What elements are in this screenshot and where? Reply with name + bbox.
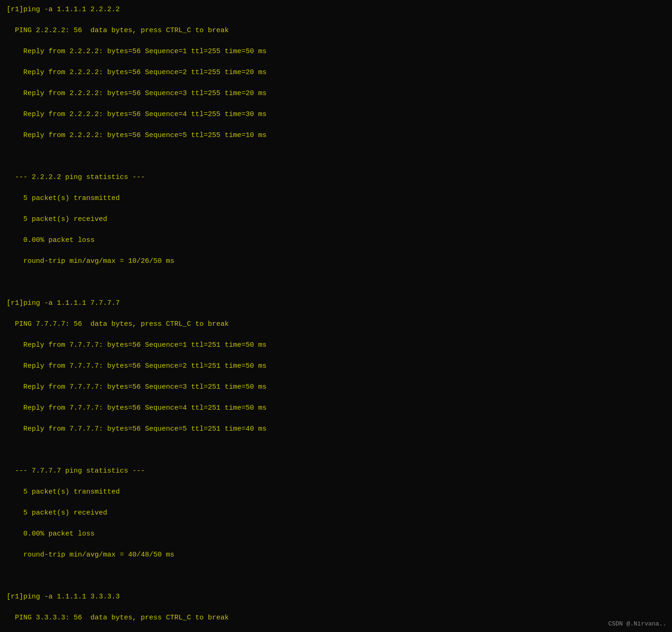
command-line-1: [r1]ping -a 1.1.1.1 2.2.2.2 <box>7 5 665 15</box>
command-line-3: [r1]ping -a 1.1.1.1 3.3.3.3 <box>7 592 665 603</box>
command-line-2: [r1]ping -a 1.1.1.1 7.7.7.7 <box>7 298 665 309</box>
watermark: CSDN @.Nirvana.. <box>608 619 666 629</box>
stats-header-1: --- 2.2.2.2 ping statistics --- <box>7 172 665 183</box>
spacer <box>7 277 665 288</box>
stat-2-1: 5 packet(s) transmitted <box>7 487 665 498</box>
reply-2-2: Reply from 7.7.7.7: bytes=56 Sequence=2 … <box>7 361 665 372</box>
reply-2-1: Reply from 7.7.7.7: bytes=56 Sequence=1 … <box>7 340 665 351</box>
ping-header-1: PING 2.2.2.2: 56 data bytes, press CTRL_… <box>7 26 665 36</box>
terminal-output: [r1]ping -a 1.1.1.1 2.2.2.2 PING 2.2.2.2… <box>7 5 665 632</box>
spacer <box>7 151 665 162</box>
spacer <box>7 445 665 456</box>
reply-1-3: Reply from 2.2.2.2: bytes=56 Sequence=3 … <box>7 89 665 99</box>
reply-1-5: Reply from 2.2.2.2: bytes=56 Sequence=5 … <box>7 131 665 141</box>
reply-1-2: Reply from 2.2.2.2: bytes=56 Sequence=2 … <box>7 68 665 78</box>
stat-1-4: round-trip min/avg/max = 10/26/50 ms <box>7 256 665 267</box>
reply-1-1: Reply from 2.2.2.2: bytes=56 Sequence=1 … <box>7 47 665 57</box>
stat-2-2: 5 packet(s) received <box>7 508 665 519</box>
ping-header-2: PING 7.7.7.7: 56 data bytes, press CTRL_… <box>7 319 665 330</box>
stats-header-2: --- 7.7.7.7 ping statistics --- <box>7 466 665 477</box>
stat-2-4: round-trip min/avg/max = 40/48/50 ms <box>7 550 665 561</box>
reply-2-4: Reply from 7.7.7.7: bytes=56 Sequence=4 … <box>7 403 665 414</box>
reply-2-3: Reply from 7.7.7.7: bytes=56 Sequence=3 … <box>7 382 665 393</box>
stat-1-2: 5 packet(s) received <box>7 214 665 225</box>
ping-header-3: PING 3.3.3.3: 56 data bytes, press CTRL_… <box>7 613 665 624</box>
stat-2-3: 0.00% packet loss <box>7 529 665 540</box>
stat-1-3: 0.00% packet loss <box>7 235 665 246</box>
spacer <box>7 571 665 582</box>
reply-1-4: Reply from 2.2.2.2: bytes=56 Sequence=4 … <box>7 110 665 120</box>
reply-2-5: Reply from 7.7.7.7: bytes=56 Sequence=5 … <box>7 424 665 435</box>
stat-1-1: 5 packet(s) transmitted <box>7 193 665 204</box>
